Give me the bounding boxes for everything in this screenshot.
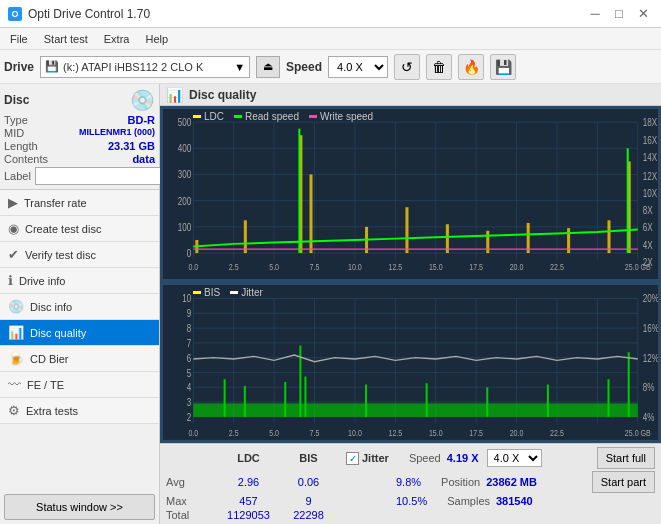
drive-info-icon: ℹ (8, 273, 13, 288)
create-test-disc-label: Create test disc (25, 223, 101, 235)
sidebar-item-fe-te[interactable]: 〰 FE / TE (0, 372, 159, 398)
legend-jitter: Jitter (230, 287, 263, 298)
dropdown-icon: ▼ (234, 61, 245, 73)
svg-text:20.0: 20.0 (510, 427, 524, 438)
ldc-header: LDC (216, 452, 281, 464)
status-window-button[interactable]: Status window >> (4, 494, 155, 520)
speed-label: Speed (286, 60, 322, 74)
eject-button[interactable]: ⏏ (256, 56, 280, 78)
menu-help[interactable]: Help (139, 32, 174, 46)
minimize-button[interactable]: ─ (585, 4, 605, 24)
svg-text:2: 2 (187, 411, 191, 423)
burn-button[interactable]: 🔥 (458, 54, 484, 80)
svg-text:2.5: 2.5 (229, 262, 239, 272)
refresh-button[interactable]: ↺ (394, 54, 420, 80)
ldc-label: LDC (204, 111, 224, 122)
svg-text:5.0: 5.0 (269, 262, 279, 272)
menu-extra[interactable]: Extra (98, 32, 136, 46)
content-area: 📊 Disc quality LDC Read speed (160, 84, 661, 524)
chart1-legend: LDC Read speed Write speed (193, 111, 373, 122)
svg-text:16X: 16X (643, 135, 658, 146)
cd-bier-icon: 🍺 (8, 351, 24, 366)
svg-text:15.0: 15.0 (429, 427, 443, 438)
svg-text:5.0: 5.0 (269, 427, 279, 438)
svg-text:4: 4 (187, 381, 191, 393)
position-label: Position (441, 476, 480, 488)
length-key: Length (4, 140, 38, 152)
svg-text:15.0: 15.0 (429, 262, 443, 272)
sidebar-item-transfer-rate[interactable]: ▶ Transfer rate (0, 190, 159, 216)
sidebar-item-cd-bier[interactable]: 🍺 CD Bier (0, 346, 159, 372)
drive-label: Drive (4, 60, 34, 74)
avg-label: Avg (166, 476, 216, 488)
svg-text:25.0 GB: 25.0 GB (625, 427, 651, 438)
menu-file[interactable]: File (4, 32, 34, 46)
sidebar-item-extra-tests[interactable]: ⚙ Extra tests (0, 398, 159, 424)
speed-select-stats[interactable]: 4.0 X 2.0 X 8.0 X (487, 449, 542, 467)
start-part-button[interactable]: Start part (592, 471, 655, 493)
transfer-rate-icon: ▶ (8, 195, 18, 210)
svg-text:6X: 6X (643, 222, 654, 233)
drive-value: (k:) ATAPI iHBS112 2 CLO K (63, 61, 230, 73)
read-speed-label: Read speed (245, 111, 299, 122)
app-icon: O (8, 7, 22, 21)
maximize-button[interactable]: □ (609, 4, 629, 24)
svg-rect-91 (628, 353, 630, 418)
mid-row: MID MILLENMR1 (000) (4, 127, 155, 139)
svg-text:10.0: 10.0 (348, 427, 362, 438)
svg-rect-87 (426, 383, 428, 417)
nav-items: ▶ Transfer rate ◉ Create test disc ✔ Ver… (0, 190, 159, 490)
total-bis: 22298 (281, 509, 336, 521)
sidebar-item-drive-info[interactable]: ℹ Drive info (0, 268, 159, 294)
toolbar: Drive 💾 (k:) ATAPI iHBS112 2 CLO K ▼ ⏏ S… (0, 50, 661, 84)
svg-text:4X: 4X (643, 240, 654, 251)
ldc-chart: LDC Read speed Write speed (162, 108, 659, 280)
speed-select[interactable]: 1.0 X 2.0 X 4.0 X 8.0 X (328, 56, 388, 78)
titlebar: O Opti Drive Control 1.70 ─ □ ✕ (0, 0, 661, 28)
titlebar-left: O Opti Drive Control 1.70 (8, 7, 150, 21)
svg-text:22.5: 22.5 (550, 427, 564, 438)
sidebar-item-disc-info[interactable]: 💿 Disc info (0, 294, 159, 320)
jitter-header: Jitter (362, 452, 389, 464)
svg-rect-29 (607, 220, 610, 253)
svg-rect-86 (365, 385, 367, 417)
extra-tests-icon: ⚙ (8, 403, 20, 418)
label-input[interactable] (35, 167, 168, 185)
svg-text:3: 3 (187, 396, 191, 408)
titlebar-controls: ─ □ ✕ (585, 4, 653, 24)
write-speed-label: Write speed (320, 111, 373, 122)
svg-text:500: 500 (178, 117, 191, 128)
contents-row: Contents data (4, 153, 155, 165)
svg-text:10.0: 10.0 (348, 262, 362, 272)
sidebar-item-create-test-disc[interactable]: ◉ Create test disc (0, 216, 159, 242)
verify-test-disc-label: Verify test disc (25, 249, 96, 261)
sidebar-item-verify-test-disc[interactable]: ✔ Verify test disc (0, 242, 159, 268)
svg-rect-81 (193, 404, 637, 417)
svg-text:12%: 12% (643, 352, 658, 364)
start-full-button[interactable]: Start full (597, 447, 655, 469)
menubar: File Start test Extra Help (0, 28, 661, 50)
save-button[interactable]: 💾 (490, 54, 516, 80)
drive-icon: 💾 (45, 60, 59, 73)
erase-button[interactable]: 🗑 (426, 54, 452, 80)
svg-rect-90 (607, 379, 609, 417)
extra-tests-label: Extra tests (26, 405, 78, 417)
close-button[interactable]: ✕ (633, 4, 653, 24)
legend-ldc: LDC (193, 111, 224, 122)
disc-icon: 💿 (130, 88, 155, 112)
label-key: Label (4, 170, 31, 182)
jitter-checkbox[interactable]: ✓ (346, 452, 359, 465)
svg-text:22.5: 22.5 (550, 262, 564, 272)
svg-text:20%: 20% (643, 293, 658, 305)
create-test-disc-icon: ◉ (8, 221, 19, 236)
sidebar-item-disc-quality[interactable]: 📊 Disc quality (0, 320, 159, 346)
svg-text:0.0: 0.0 (188, 262, 198, 272)
menu-start-test[interactable]: Start test (38, 32, 94, 46)
svg-text:16%: 16% (643, 322, 658, 334)
disc-info-icon: 💿 (8, 299, 24, 314)
avg-ldc: 2.96 (216, 476, 281, 488)
legend-write-speed: Write speed (309, 111, 373, 122)
drive-select-box[interactable]: 💾 (k:) ATAPI iHBS112 2 CLO K ▼ (40, 56, 250, 78)
svg-rect-20 (244, 220, 247, 253)
svg-rect-83 (244, 386, 246, 417)
